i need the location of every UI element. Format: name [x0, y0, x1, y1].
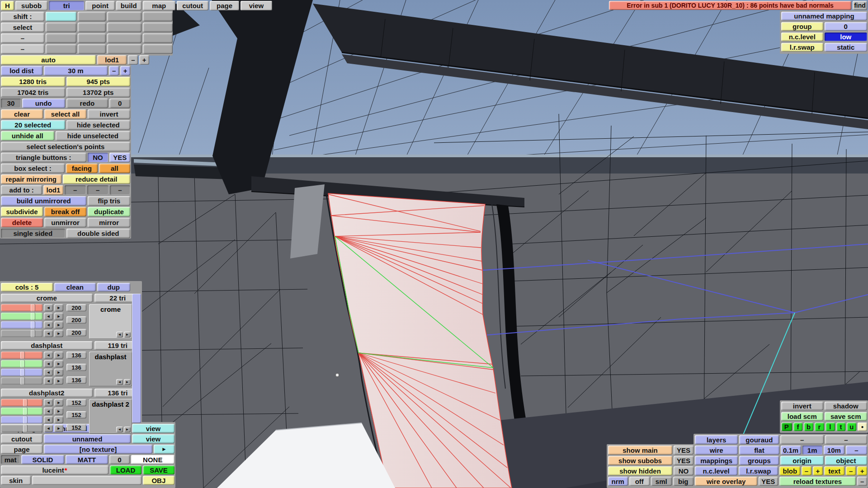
- slider-thumb[interactable]: [31, 304, 35, 311]
- display-panel-reload-textures[interactable]: reload textures: [779, 477, 856, 486]
- bottom-left-matt[interactable]: MATT: [66, 455, 108, 464]
- value-g-dashplast2[interactable]: 152: [66, 411, 86, 418]
- left-panel-17042-tris[interactable]: 17042 tris: [1, 88, 65, 97]
- tool-grid-cell-2-2[interactable]: [78, 33, 106, 43]
- display-panel-groups[interactable]: groups: [739, 456, 779, 465]
- left-panel-flip-tris[interactable]: flip tris: [88, 196, 130, 206]
- show-panel-yes[interactable]: YES: [674, 456, 693, 465]
- left-panel-yes[interactable]: YES: [109, 153, 130, 162]
- bottom-left-obj[interactable]: OBJ: [143, 476, 175, 485]
- next-material-button[interactable]: ►: [124, 332, 131, 338]
- bottom-left-luceint[interactable]: luceint*: [1, 465, 108, 474]
- slider-b-dashplast2[interactable]: [1, 416, 42, 423]
- show-panel-show-main[interactable]: show main: [608, 446, 672, 455]
- bottom-left-mat[interactable]: mat: [1, 455, 20, 464]
- show-panel-show-hidden[interactable]: show hidden: [608, 466, 672, 475]
- slider-thumb[interactable]: [31, 321, 35, 328]
- materials-header-cols-5[interactable]: cols : 5: [1, 283, 53, 291]
- display-panel-layers[interactable]: layers: [695, 435, 738, 444]
- left-panel-cell[interactable]: –: [65, 185, 86, 195]
- left-panel-cell[interactable]: –: [110, 185, 130, 195]
- scm-panel-cell[interactable]: ●: [858, 422, 867, 431]
- scm-panel-b[interactable]: b: [804, 422, 813, 431]
- display-panel-gouraud[interactable]: gouraud: [739, 435, 779, 444]
- increment-r-button[interactable]: ►: [54, 304, 63, 311]
- left-panel-undo[interactable]: undo: [22, 99, 65, 108]
- slider-thumb[interactable]: [23, 416, 28, 423]
- mapping-info-n-c-level[interactable]: n.c.level: [781, 33, 823, 41]
- mapping-info-0[interactable]: 0: [825, 22, 868, 31]
- main-menu-h[interactable]: H: [1, 1, 14, 10]
- display-panel-yes[interactable]: YES: [759, 477, 778, 486]
- decrement-a-button[interactable]: ◄: [44, 425, 53, 432]
- slider-b-crome[interactable]: [1, 321, 42, 328]
- slider-thumb[interactable]: [20, 352, 25, 359]
- prev-material-button[interactable]: ◄: [116, 379, 123, 385]
- tool-grid-cell-2-4[interactable]: [143, 33, 173, 43]
- display-panel-text[interactable]: text: [824, 466, 845, 475]
- main-menu-map[interactable]: map: [143, 1, 175, 10]
- bottom-left-skin[interactable]: skin: [1, 476, 31, 485]
- left-panel-auto[interactable]: auto: [1, 55, 96, 65]
- increment-b-button[interactable]: ►: [54, 369, 63, 376]
- slider-g-dashplast[interactable]: [1, 360, 42, 367]
- tool-grid-cell-0-3[interactable]: [107, 12, 142, 21]
- prev-material-button[interactable]: ◄: [116, 332, 123, 338]
- left-panel-cell[interactable]: –: [128, 55, 138, 65]
- left-panel-triangle-buttons[interactable]: triangle buttons :: [1, 153, 86, 162]
- scm-panel-f[interactable]: f: [793, 422, 803, 431]
- error-bar-error-in-sub-1-dorito-lucy-130r-10-86-points-have-bad-normals[interactable]: Error in sub 1 (DORITO LUCY 130R_10) : 8…: [609, 1, 851, 10]
- left-panel-all[interactable]: all: [99, 164, 131, 173]
- slider-thumb[interactable]: [23, 425, 28, 432]
- main-menu-subob[interactable]: subob: [15, 1, 47, 10]
- mapping-info-static[interactable]: static: [825, 43, 868, 52]
- increment-a-button[interactable]: ►: [54, 377, 63, 385]
- display-panel-wire[interactable]: wire: [695, 446, 738, 455]
- value-b-crome[interactable]: 200: [66, 329, 86, 336]
- slider-thumb[interactable]: [23, 399, 28, 406]
- left-panel-lod-dist[interactable]: lod dist: [1, 66, 42, 75]
- left-panel-cell[interactable]: +: [120, 66, 130, 75]
- tool-grid-cell-1-1[interactable]: [46, 23, 76, 32]
- material-display-crome[interactable]: crome◄►: [89, 304, 132, 339]
- slider-r-crome[interactable]: [1, 304, 42, 311]
- slider-a-dashplast2[interactable]: [1, 425, 42, 432]
- bottom-left-save[interactable]: SAVE: [143, 465, 175, 474]
- slider-thumb[interactable]: [20, 360, 25, 367]
- scm-panel-t[interactable]: t: [836, 422, 846, 431]
- increment-r-button[interactable]: ►: [54, 399, 63, 406]
- scm-panel-p[interactable]: P: [781, 422, 792, 431]
- tool-grid-cell[interactable]: –: [1, 44, 44, 54]
- display-panel-blob[interactable]: blob: [779, 466, 800, 475]
- tool-grid-cell-2-3[interactable]: [107, 33, 142, 43]
- left-panel-no[interactable]: NO: [88, 153, 108, 162]
- material-name-crome[interactable]: crome: [1, 294, 93, 302]
- value-g-dashplast[interactable]: 136: [66, 364, 86, 371]
- left-panel-hide-selected[interactable]: hide selected: [66, 120, 131, 130]
- scm-panel-shadow[interactable]: shadow: [825, 402, 868, 410]
- slider-b-dashplast[interactable]: [1, 369, 42, 376]
- left-panel-facing[interactable]: facing: [66, 164, 98, 173]
- left-panel-single-sided[interactable]: single sided: [1, 229, 65, 238]
- left-panel-mirror[interactable]: mirror: [88, 218, 130, 227]
- mapping-info-group[interactable]: group: [781, 22, 823, 31]
- slider-thumb[interactable]: [31, 313, 35, 320]
- materials-header-dup[interactable]: dup: [97, 283, 130, 291]
- show-panel-yes[interactable]: YES: [674, 446, 693, 455]
- tool-grid-select[interactable]: select: [1, 23, 44, 32]
- tool-grid-cell-1-2[interactable]: [78, 23, 106, 32]
- tool-grid-cell-3-3[interactable]: [107, 44, 142, 54]
- tool-grid-cell-3-2[interactable]: [78, 44, 106, 54]
- show-panel-nrm[interactable]: nrm: [608, 477, 628, 486]
- materials-scrollbar[interactable]: [132, 294, 141, 423]
- value-r-dashplast[interactable]: 136: [66, 352, 86, 359]
- decrement-r-button[interactable]: ◄: [44, 304, 53, 311]
- left-panel-unmirror[interactable]: unmirror: [44, 218, 86, 227]
- scm-panel-u[interactable]: u: [847, 422, 856, 431]
- display-panel-flat[interactable]: flat: [739, 446, 779, 455]
- bottom-left-cell[interactable]: ►: [154, 445, 175, 454]
- scm-panel-l[interactable]: l: [826, 422, 835, 431]
- material-display-dashplast2[interactable]: dashplast 2◄►: [89, 399, 132, 434]
- display-panel-cell[interactable]: –: [825, 435, 867, 444]
- display-panel-origin[interactable]: origin: [780, 456, 823, 465]
